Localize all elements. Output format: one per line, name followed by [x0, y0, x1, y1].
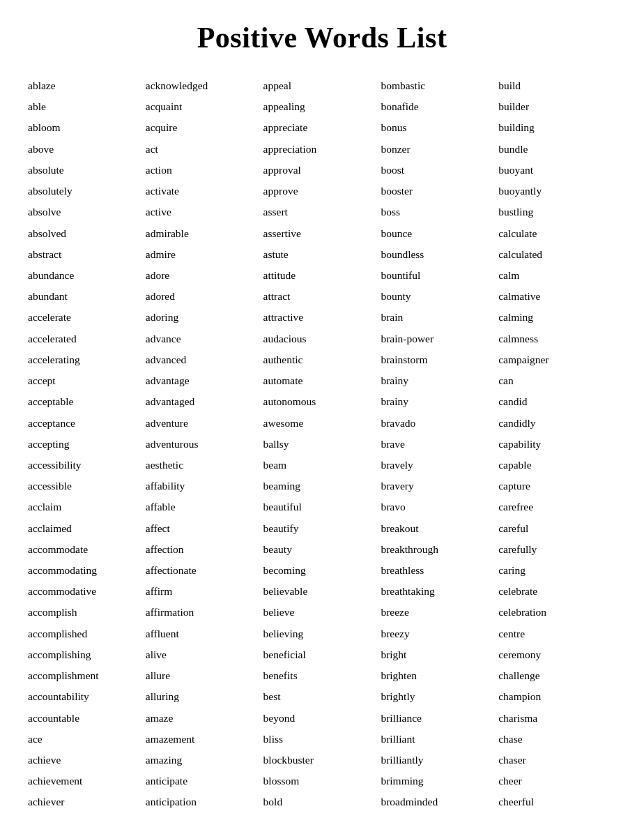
list-item: advanced — [146, 349, 263, 370]
list-item: bountiful — [381, 265, 498, 286]
list-item: bombastic — [381, 75, 498, 96]
list-item: beautify — [263, 518, 381, 539]
page-title: Positive Words List — [28, 21, 616, 54]
list-item: believe — [263, 602, 381, 623]
list-item: accomplished — [28, 623, 146, 644]
list-item: bonus — [381, 117, 498, 138]
list-item: affirmation — [146, 602, 263, 623]
list-item: charisma — [498, 708, 616, 729]
list-item: beneficial — [263, 644, 381, 665]
list-item: adventurous — [146, 434, 263, 455]
list-item: ace — [28, 729, 146, 750]
list-item: affection — [146, 539, 263, 560]
list-item: amazing — [146, 750, 263, 771]
list-item: bright — [381, 644, 498, 665]
list-item: beautiful — [263, 496, 381, 517]
list-item: amazement — [146, 729, 263, 750]
column-2: acknowledgedacquaintacquireactactionacti… — [146, 75, 263, 813]
list-item: attitude — [263, 265, 381, 286]
list-item: accomplish — [28, 602, 146, 623]
list-item: appreciate — [263, 117, 381, 138]
list-item: achievement — [28, 771, 146, 791]
list-item: adoring — [146, 307, 263, 328]
list-item: acceptable — [28, 391, 146, 412]
list-item: building — [498, 117, 616, 138]
list-item: abundance — [28, 265, 146, 286]
list-item: appeal — [263, 75, 381, 96]
list-item: appreciation — [263, 139, 381, 160]
list-item: build — [498, 75, 616, 96]
list-item: adore — [146, 265, 263, 286]
list-item: brimming — [381, 771, 498, 791]
list-item: benefits — [263, 665, 381, 686]
list-item: accommodative — [28, 581, 146, 602]
list-item: accepting — [28, 434, 146, 455]
list-item: calculated — [498, 244, 616, 265]
list-item: automate — [263, 370, 381, 391]
list-item: beam — [263, 455, 381, 476]
list-item: careful — [498, 518, 616, 539]
list-item: advance — [146, 328, 263, 349]
list-item: amaze — [146, 708, 263, 729]
list-item: accelerating — [28, 349, 146, 370]
list-item: anticipate — [146, 771, 263, 791]
list-item: brainy — [381, 370, 498, 391]
list-item: bustling — [498, 202, 616, 222]
list-item: achieve — [28, 750, 146, 771]
list-item: centre — [498, 623, 616, 644]
list-item: activate — [146, 181, 263, 202]
list-item: attract — [263, 286, 381, 307]
list-item: brainy — [381, 391, 498, 412]
list-item: alluring — [146, 686, 263, 707]
list-item: blossom — [263, 771, 381, 791]
list-item: calmative — [498, 286, 616, 307]
list-item: assertive — [263, 223, 381, 244]
list-item: calculate — [498, 223, 616, 244]
list-item: buoyantly — [498, 181, 616, 202]
list-item: blockbuster — [263, 750, 381, 771]
list-item: believable — [263, 581, 381, 602]
list-item: boss — [381, 202, 498, 222]
list-item: able — [28, 96, 146, 117]
words-grid: ablazeableabloomaboveabsoluteabsolutelya… — [28, 75, 616, 813]
list-item: chaser — [498, 750, 616, 771]
list-item: affect — [146, 518, 263, 539]
list-item: affectionate — [146, 560, 263, 581]
list-item: bliss — [263, 729, 381, 750]
list-item: cheerful — [498, 791, 616, 812]
list-item: affirm — [146, 581, 263, 602]
list-item: absolutely — [28, 181, 146, 202]
list-item: absolute — [28, 160, 146, 181]
list-item: adored — [146, 286, 263, 307]
list-item: breathtaking — [381, 581, 498, 602]
list-item: buoyant — [498, 160, 616, 181]
list-item: booster — [381, 181, 498, 202]
list-item: brighten — [381, 665, 498, 686]
list-item: capability — [498, 434, 616, 455]
list-item: action — [146, 160, 263, 181]
column-3: appealappealingappreciateappreciationapp… — [263, 75, 381, 813]
list-item: breakout — [381, 518, 498, 539]
list-item: appealing — [263, 96, 381, 117]
list-item: capture — [498, 476, 616, 496]
list-item: abundant — [28, 286, 146, 307]
list-item: brilliance — [381, 708, 498, 729]
list-item: best — [263, 686, 381, 707]
list-item: abloom — [28, 117, 146, 138]
list-item: bravado — [381, 413, 498, 434]
list-item: breathless — [381, 560, 498, 581]
list-item: campaigner — [498, 349, 616, 370]
list-item: becoming — [263, 560, 381, 581]
list-item: capable — [498, 455, 616, 476]
list-item: approve — [263, 181, 381, 202]
list-item: accomplishing — [28, 644, 146, 665]
list-item: accommodating — [28, 560, 146, 581]
list-item: bravely — [381, 455, 498, 476]
list-item: accept — [28, 370, 146, 391]
list-item: assert — [263, 202, 381, 222]
column-1: ablazeableabloomaboveabsoluteabsolutelya… — [28, 75, 146, 813]
list-item: brainstorm — [381, 349, 498, 370]
list-item: act — [146, 139, 263, 160]
list-item: bonzer — [381, 139, 498, 160]
list-item: boost — [381, 160, 498, 181]
